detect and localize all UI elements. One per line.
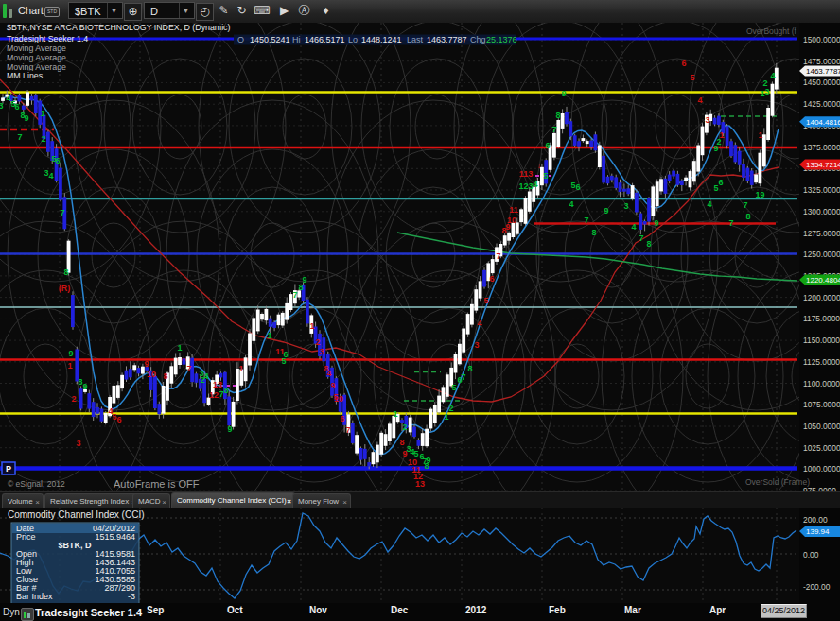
svg-text:8: 8 — [745, 212, 750, 221]
svg-text:1425.0000: 1425.0000 — [803, 99, 840, 109]
svg-text:$BTK, D: $BTK, D — [58, 541, 92, 550]
svg-text:1150.0000: 1150.0000 — [803, 336, 840, 345]
svg-text:1: 1 — [40, 109, 44, 118]
svg-text:7: 7 — [496, 251, 500, 261]
svg-text:7: 7 — [186, 364, 191, 373]
svg-text:5: 5 — [483, 296, 488, 305]
svg-text:5: 5 — [690, 73, 694, 82]
svg-text:OverBought (f: OverBought (f — [746, 26, 797, 36]
svg-text:$BTK,NYSE ARCA BIOTECHNOLOGY I: $BTK,NYSE ARCA BIOTECHNOLOGY INDEX, D (D… — [7, 23, 230, 32]
svg-text:1325.0000: 1325.0000 — [803, 185, 840, 195]
svg-text:1463.7787: 1463.7787 — [427, 35, 467, 44]
svg-text:1515.9464: 1515.9464 — [95, 532, 135, 542]
svg-text:8: 8 — [467, 364, 472, 373]
svg-text:3: 3 — [764, 87, 769, 96]
svg-text:1466.5171: 1466.5171 — [305, 35, 345, 44]
svg-text:9: 9 — [144, 359, 149, 369]
svg-text:2: 2 — [448, 404, 453, 413]
svg-text:3: 3 — [319, 347, 324, 356]
svg-text:6: 6 — [340, 414, 344, 423]
svg-text:9: 9 — [68, 349, 73, 358]
svg-text:9: 9 — [654, 218, 658, 228]
svg-text:3: 3 — [76, 439, 80, 448]
svg-text:1: 1 — [177, 343, 182, 353]
svg-text:Moving Average: Moving Average — [7, 43, 66, 53]
svg-text:7: 7 — [461, 372, 465, 382]
svg-text:10: 10 — [147, 370, 156, 379]
svg-text:7: 7 — [728, 218, 733, 228]
svg-text:10: 10 — [507, 216, 516, 225]
svg-text:Commodity Channel Index (CCI): Commodity Channel Index (CCI) — [8, 509, 145, 520]
svg-text:(R): (R) — [59, 284, 71, 293]
svg-text:9: 9 — [604, 206, 608, 216]
svg-text:3: 3 — [705, 115, 709, 125]
svg-text:1: 1 — [238, 364, 243, 373]
svg-text:6: 6 — [545, 141, 550, 150]
svg-text:6: 6 — [718, 178, 723, 187]
svg-text:1: 1 — [67, 361, 72, 371]
svg-text:Chg: Chg — [470, 35, 486, 44]
svg-text:AutoFrame is OFF: AutoFrame is OFF — [114, 478, 200, 490]
svg-text:7: 7 — [551, 125, 556, 134]
svg-text:3: 3 — [0, 101, 4, 111]
svg-text:8: 8 — [555, 111, 560, 120]
svg-text:1175.0000: 1175.0000 — [803, 314, 840, 323]
svg-text:1250.0000: 1250.0000 — [803, 250, 840, 259]
svg-text:2: 2 — [315, 337, 320, 347]
svg-text:O: O — [237, 35, 244, 44]
svg-text:-200.00: -200.00 — [803, 582, 831, 592]
svg-text:0.00: 0.00 — [803, 550, 819, 560]
svg-text:1300.0000: 1300.0000 — [803, 207, 840, 216]
svg-text:Lo: Lo — [348, 35, 358, 44]
svg-text:11: 11 — [509, 205, 518, 215]
svg-text:Tradesight Seeker 1.4: Tradesight Seeker 1.4 — [7, 34, 88, 43]
svg-text:1500.0000: 1500.0000 — [803, 35, 840, 44]
svg-text:6: 6 — [283, 350, 288, 359]
svg-text:2: 2 — [41, 134, 45, 144]
svg-text:↓: ↓ — [537, 161, 542, 170]
svg-text:Moving Average: Moving Average — [7, 62, 66, 72]
svg-text:9: 9 — [561, 89, 566, 98]
svg-text:123: 123 — [518, 181, 533, 191]
svg-text:13: 13 — [415, 479, 425, 489]
svg-text:8: 8 — [591, 228, 596, 237]
svg-text:Price: Price — [16, 532, 36, 542]
svg-text:Hi: Hi — [292, 35, 301, 44]
svg-text:Last: Last — [407, 35, 424, 44]
svg-text:8: 8 — [223, 386, 228, 395]
svg-text:13: 13 — [213, 380, 222, 389]
svg-text:7: 7 — [17, 132, 22, 142]
svg-text:9: 9 — [227, 424, 232, 434]
svg-text:6: 6 — [55, 156, 60, 165]
svg-text:1475.0000: 1475.0000 — [803, 57, 840, 66]
svg-text:6: 6 — [575, 182, 580, 192]
svg-text:-3: -3 — [128, 592, 135, 601]
svg-text:113: 113 — [519, 169, 534, 179]
svg-text:1050.0000: 1050.0000 — [803, 422, 840, 431]
svg-text:1404.4816: 1404.4816 — [806, 118, 840, 127]
svg-text:4: 4 — [533, 180, 537, 189]
svg-text:6: 6 — [116, 415, 121, 424]
svg-text:7: 7 — [584, 216, 588, 225]
svg-text:1: 1 — [309, 321, 314, 331]
svg-text:5: 5 — [451, 383, 456, 392]
svg-text:7: 7 — [292, 290, 297, 300]
svg-text:4: 4 — [707, 199, 711, 209]
svg-text:1125.0000: 1125.0000 — [803, 357, 840, 367]
svg-text:MM Lines: MM Lines — [7, 71, 44, 80]
svg-text:1450.5241: 1450.5241 — [250, 35, 290, 44]
svg-text:1025.0000: 1025.0000 — [803, 443, 840, 453]
svg-text:9: 9 — [24, 113, 28, 123]
svg-text:1100.0000: 1100.0000 — [803, 379, 840, 388]
svg-text:12: 12 — [209, 390, 219, 400]
svg-text:5: 5 — [543, 171, 548, 181]
svg-text:139.94: 139.94 — [806, 527, 830, 536]
svg-text:1354.7214: 1354.7214 — [806, 161, 840, 169]
svg-text:3: 3 — [623, 201, 628, 211]
svg-text:8: 8 — [324, 364, 328, 373]
svg-text:1220.4804: 1220.4804 — [806, 276, 840, 285]
svg-text:9: 9 — [713, 144, 718, 153]
svg-text:7: 7 — [60, 208, 64, 217]
svg-text:1: 1 — [393, 409, 397, 419]
svg-text:2: 2 — [402, 423, 407, 432]
